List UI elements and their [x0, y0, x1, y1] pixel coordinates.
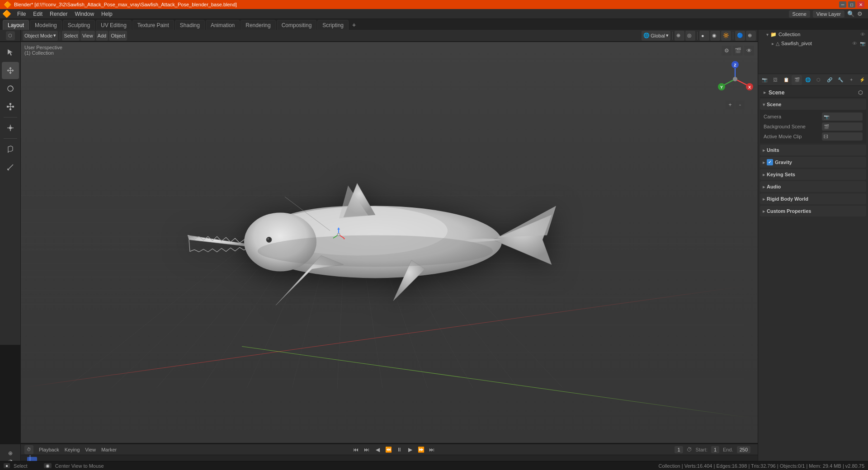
rigid-body-world-title: Rigid Body World: [767, 196, 808, 202]
minimize-button[interactable]: ─: [839, 1, 846, 8]
tab-texture-paint[interactable]: Texture Paint: [132, 20, 174, 30]
marker-menu[interactable]: Marker: [101, 447, 117, 452]
viewport-shading-material[interactable]: ◉: [710, 31, 720, 41]
outliner-sawfish-pivot[interactable]: ▸ △ Sawfish_pivot 👁 📷: [759, 39, 867, 48]
gizmo-button[interactable]: ⊕: [746, 31, 756, 41]
view-menu[interactable]: View: [85, 447, 96, 452]
view-menu-button[interactable]: View: [80, 31, 95, 41]
overlay-button[interactable]: 🔵: [735, 31, 745, 41]
jump-start-button[interactable]: ⏮: [351, 445, 360, 454]
custom-properties-title: Custom Properties: [767, 208, 811, 214]
menu-file[interactable]: File: [14, 10, 29, 18]
viewport-area[interactable]: User Perspective (1) Collection ⚙ 🎬 👁 Z …: [21, 42, 758, 443]
prop-tab-physics[interactable]: ⚡: [857, 75, 867, 85]
prop-tab-constraints[interactable]: 🔗: [824, 75, 835, 85]
viewport-tools-icon[interactable]: ⚙: [722, 46, 731, 56]
prop-tab-render[interactable]: 📷: [759, 75, 769, 85]
editor-type-icon[interactable]: ⬡: [6, 31, 15, 40]
rigid-body-world-header[interactable]: ▸ Rigid Body World: [760, 193, 866, 204]
tab-layout[interactable]: Layout: [3, 20, 29, 30]
viewport-viewport-icon[interactable]: 👁: [744, 46, 754, 56]
prop-tab-output[interactable]: 🖼: [770, 75, 780, 85]
global-dropdown[interactable]: 🌐 Global ▾: [642, 31, 670, 41]
sawfish-type-icon: △: [776, 41, 779, 47]
tab-scripting[interactable]: Scripting: [317, 20, 349, 30]
options-icon[interactable]: ⚙: [857, 10, 863, 17]
proportional-edit-button[interactable]: ◎: [685, 31, 695, 41]
search-icon[interactable]: 🔍: [847, 10, 854, 17]
active-movie-clip-value[interactable]: 🎞: [822, 132, 863, 141]
menu-window[interactable]: Window: [71, 10, 98, 18]
menu-help[interactable]: Help: [98, 10, 116, 18]
tab-compositing[interactable]: Compositing: [277, 20, 317, 30]
maximize-button[interactable]: □: [848, 1, 855, 8]
timeline-editor-icon[interactable]: ⏱: [24, 445, 33, 454]
menu-edit[interactable]: Edit: [29, 10, 46, 18]
camera-value[interactable]: 📷: [822, 113, 863, 121]
keying-menu[interactable]: Keying: [65, 447, 80, 452]
close-button[interactable]: ✕: [857, 1, 864, 8]
tab-rendering[interactable]: Rendering: [241, 20, 275, 30]
sawfish-render-icon[interactable]: 📷: [860, 41, 865, 46]
start-frame-field[interactable]: 1: [711, 446, 719, 453]
measure-tool-button[interactable]: [2, 159, 19, 176]
tab-add-button[interactable]: +: [349, 20, 359, 30]
frame-current-field[interactable]: 1: [675, 446, 683, 453]
viewport-shading-solid[interactable]: ●: [699, 31, 709, 41]
next-keyframe-button[interactable]: ⏩: [416, 445, 425, 454]
tab-modeling[interactable]: Modeling: [30, 20, 62, 30]
menu-render[interactable]: Render: [46, 10, 71, 18]
move-tool-button[interactable]: [2, 62, 19, 79]
annotate-tool-button[interactable]: [2, 141, 19, 158]
prev-keyframe-button[interactable]: ⏪: [384, 445, 393, 454]
active-movie-clip-label: Active Movie Clip: [764, 134, 802, 139]
tab-sculpting[interactable]: Sculpting: [63, 20, 95, 30]
prop-tab-scene[interactable]: 🎬: [792, 75, 802, 85]
cursor-tool-button[interactable]: [2, 44, 19, 61]
view-mode-icon[interactable]: ⊕: [8, 450, 13, 456]
background-scene-value[interactable]: 🎬: [822, 122, 863, 131]
prop-tab-view-layer[interactable]: 📋: [781, 75, 791, 85]
select-menu-button[interactable]: Select: [62, 31, 80, 41]
scene-selector[interactable]: Scene: [789, 10, 810, 18]
title-bar-left: 🔶 Blender* [d:\!!!conv_3\2\Sawfish_Attac…: [4, 1, 237, 8]
next-frame-button[interactable]: ⏭: [427, 445, 436, 454]
snapping-button[interactable]: ⊕: [675, 31, 684, 41]
units-header[interactable]: ▸ Units: [760, 145, 866, 155]
prop-tab-object[interactable]: ⬡: [813, 75, 824, 85]
end-frame-field[interactable]: 250: [737, 446, 750, 453]
collection-visibility-icon[interactable]: 👁: [860, 32, 865, 37]
scale-tool-button[interactable]: [2, 98, 19, 115]
sawfish-visibility-icon[interactable]: 👁: [852, 41, 857, 46]
object-menu-button[interactable]: Object: [109, 31, 127, 41]
rotate-tool-button[interactable]: [2, 80, 19, 97]
gravity-header[interactable]: ▸ ✓ Gravity: [760, 157, 866, 168]
scene-props-header[interactable]: ▾ Scene: [760, 99, 866, 110]
tab-uv-editing[interactable]: UV Editing: [96, 20, 132, 30]
tab-shading[interactable]: Shading: [175, 20, 205, 30]
custom-properties-header[interactable]: ▸ Custom Properties: [760, 206, 866, 216]
viewport-shading-render[interactable]: 🔆: [721, 31, 731, 41]
prop-tab-modifiers[interactable]: 🔧: [835, 75, 845, 85]
transform-tool-button[interactable]: [2, 119, 19, 136]
view-layer-selector[interactable]: View Layer: [813, 10, 844, 18]
playback-menu[interactable]: Playback: [39, 447, 59, 452]
zoom-in-button[interactable]: +: [726, 100, 735, 109]
keying-sets-header[interactable]: ▸ Keying Sets: [760, 169, 866, 180]
jump-end-button[interactable]: ⏭: [362, 445, 371, 454]
play-button[interactable]: ▶: [406, 445, 415, 454]
viewport-scene-icon[interactable]: 🎬: [733, 46, 743, 56]
pause-button[interactable]: ⏸: [395, 445, 404, 454]
scene-expand-icon[interactable]: ⬡: [858, 89, 863, 96]
tab-animation[interactable]: Animation: [206, 20, 240, 30]
audio-header[interactable]: ▸ Audio: [760, 181, 866, 192]
blender-icon[interactable]: 🔶: [2, 9, 12, 19]
add-menu-button[interactable]: Add: [96, 31, 108, 41]
gravity-checkbox[interactable]: ✓: [767, 159, 773, 165]
zoom-out-button[interactable]: -: [736, 100, 745, 109]
prop-tab-world[interactable]: 🌐: [802, 75, 813, 85]
outliner-collection[interactable]: ▾ 📁 Collection 👁: [759, 30, 867, 39]
prop-tab-particles[interactable]: ✦: [846, 75, 856, 85]
prev-frame-button[interactable]: ◀: [373, 445, 382, 454]
object-mode-dropdown[interactable]: Object Mode ▾: [23, 31, 58, 41]
